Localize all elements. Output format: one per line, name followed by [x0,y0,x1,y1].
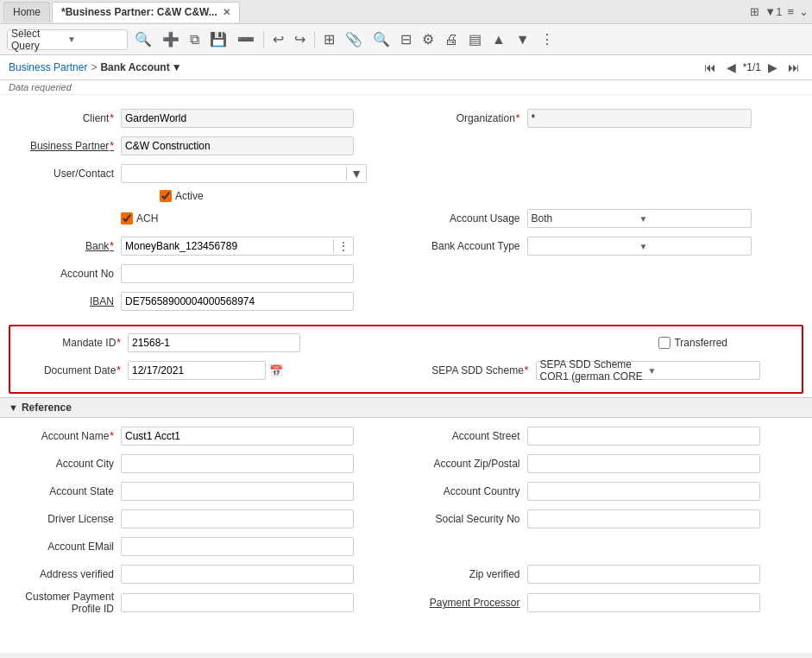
payment-processor-col: Payment Processor [415,593,804,612]
undo-button[interactable]: ↩ [269,29,287,49]
active-label: Active [175,190,204,202]
toggle-button[interactable]: ▤ [465,29,485,49]
select-query-dropdown[interactable]: Select Query ▼ [7,29,128,50]
attach-button[interactable]: 📎 [342,29,366,49]
bank-more-btn[interactable]: ⋮ [333,239,353,253]
sepa-select[interactable]: SEPA SDD Scheme COR1 (german CORE ▼ [536,361,760,380]
iban-input[interactable] [121,292,354,311]
main-content: Client Organization Business Partner Use… [0,95,812,653]
tab-right-icons: ⊞ ▼1 ≡ ⌄ [750,5,809,18]
calendar-icon[interactable]: 📅 [269,364,283,377]
customer-payment-input[interactable] [121,593,354,612]
user-contact-input[interactable] [122,166,346,181]
active-checkbox[interactable] [160,190,172,202]
nav-next-button[interactable]: ▶ [765,59,781,76]
close-icon[interactable]: ✕ [223,7,230,18]
more-button[interactable]: ⋮ [537,29,557,49]
copy-button[interactable]: ⧉ [186,30,203,49]
client-input[interactable] [121,109,354,128]
account-email-input[interactable] [121,537,354,556]
section-toggle-icon: ▼ [9,402,18,413]
social-security-input[interactable] [527,509,760,528]
breadcrumb-dropdown-icon[interactable]: ▼ [172,61,182,73]
mandate-id-input[interactable] [128,333,300,352]
bank-input[interactable] [122,238,333,254]
client-label: Client [9,112,121,124]
account-state-input[interactable] [121,482,354,501]
expand-button[interactable]: ▼ [513,30,533,49]
account-no-input[interactable] [121,264,354,283]
nav-first-button[interactable]: ⏮ [701,59,720,76]
account-city-input[interactable] [121,454,354,473]
social-security-label: Social Security No [415,513,527,525]
chevron-icon[interactable]: ⌄ [799,5,809,18]
search-button[interactable]: 🔍 [131,29,155,49]
driver-license-input[interactable] [121,509,354,528]
account-usage-label: Account Usage [415,212,527,225]
iban-row: IBAN [9,290,803,313]
add-button[interactable]: ➕ [159,29,183,49]
account-zip-label: Account Zip/Postal [415,458,527,470]
account-country-input[interactable] [527,482,760,501]
badge-icon[interactable]: ▼1 [765,5,782,18]
bank-account-type-select[interactable]: ▼ [527,237,752,256]
notice-text: Data requeried [9,82,72,92]
bp-col: Business Partner [9,136,803,155]
ach-checkbox[interactable] [121,212,133,225]
org-input[interactable] [527,109,752,128]
toolbar-separator-1 [263,31,264,48]
account-email-label: Account EMail [9,541,121,553]
breadcrumb-navigation: ⏮ ◀ *1/1 ▶ ⏭ [701,59,803,76]
docdate-sepa-row: Document Date 📅 SEPA SDD Scheme SEPA SDD… [16,359,796,382]
driver-license-col: Driver License [9,509,398,528]
transferred-checkbox[interactable] [658,337,670,349]
breadcrumb-current-label: Bank Account [100,61,169,73]
account-usage-select[interactable]: Both ▼ [527,209,752,228]
delete-button[interactable]: ➖ [234,29,258,49]
document-date-input[interactable] [128,361,266,380]
breadcrumb-current: Bank Account ▼ [100,61,181,73]
settings-button[interactable]: ⚙ [419,29,437,49]
nav-last-button[interactable]: ⏭ [784,59,803,76]
city-zip-row: Account City Account Zip/Postal [9,452,803,475]
breadcrumb: Business Partner > Bank Account ▼ [9,61,182,73]
account-name-input[interactable] [121,427,354,446]
nav-prev-button[interactable]: ◀ [723,59,740,76]
account-street-input[interactable] [527,427,760,446]
save-button[interactable]: 💾 [206,29,230,49]
payment-processor-input[interactable] [527,593,760,612]
customer-payment-row: Customer PaymentProfile ID Payment Proce… [9,591,803,615]
iban-label: IBAN [9,295,121,307]
account-state-label: Account State [9,485,121,497]
account-usage-col: Account Usage Both ▼ [415,209,804,228]
zoom-button[interactable]: 🔍 [369,29,393,49]
reference-section-header[interactable]: ▼ Reference [0,397,812,418]
select-query-arrow: ▼ [67,35,123,44]
bank-col: Bank ⋮ [9,237,398,256]
window-icon[interactable]: ⊞ [750,5,759,18]
zip-verified-input[interactable] [527,565,760,584]
user-contact-dropdown-btn[interactable]: ▼ [346,167,366,180]
report-button[interactable]: ⊟ [397,29,415,49]
bank-account-type-arrow: ▼ [639,242,747,251]
account-zip-input[interactable] [527,454,760,473]
redo-button[interactable]: ↪ [291,29,309,49]
tab-home[interactable]: Home [3,2,50,22]
account-email-row: Account EMail [9,535,803,558]
form-section-top: Client Organization Business Partner Use… [0,104,812,321]
user-contact-col: User/Contact ▼ [9,164,803,183]
transferred-label: Transferred [674,337,727,349]
breadcrumb-parent-link[interactable]: Business Partner [9,61,87,73]
grid-button[interactable]: ⊞ [320,29,338,49]
bp-input[interactable] [121,136,354,155]
reference-section-title: Reference [22,402,72,414]
menu-icon[interactable]: ≡ [787,5,794,18]
tab-active[interactable]: *Business Partner: C&W C&W... ✕ [52,2,240,22]
toolbar: Select Query ▼ 🔍 ➕ ⧉ 💾 ➖ ↩ ↪ ⊞ 📎 🔍 ⊟ ⚙ 🖨… [0,24,812,55]
tab-bar: Home *Business Partner: C&W C&W... ✕ ⊞ ▼… [0,0,812,24]
breadcrumb-separator: > [91,61,97,73]
account-usage-value: Both [532,212,639,225]
collapse-button[interactable]: ▲ [488,30,509,49]
address-verified-input[interactable] [121,565,354,584]
print-button[interactable]: 🖨 [441,30,462,49]
